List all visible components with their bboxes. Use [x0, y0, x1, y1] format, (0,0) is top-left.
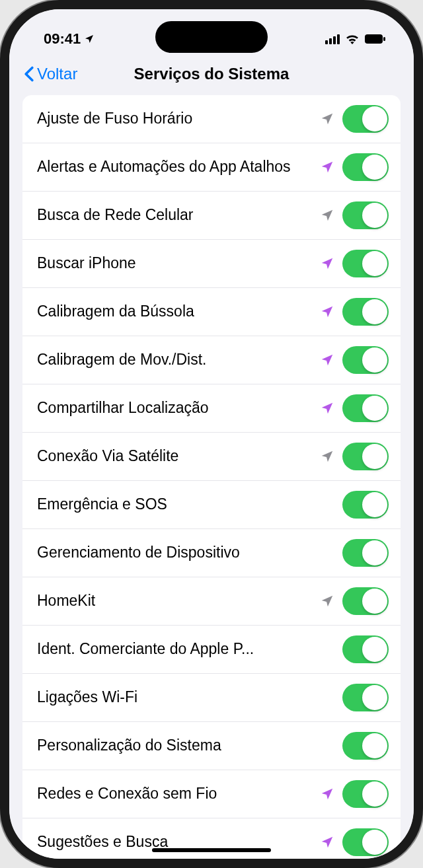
setting-label: Compartilhar Localização	[37, 398, 320, 418]
settings-row: Ligações Wi-Fi	[22, 674, 401, 722]
toggle-switch[interactable]	[342, 780, 389, 808]
toggle-knob	[362, 589, 387, 614]
toggle-knob	[362, 444, 387, 469]
toggle-knob	[362, 637, 387, 662]
location-arrow-icon	[320, 449, 334, 464]
content-area: Ajuste de Fuso HorárioAlertas e Automaçõ…	[9, 95, 414, 859]
location-arrow-icon	[320, 305, 334, 319]
setting-label: Alertas e Automações do App Atalhos	[37, 157, 320, 177]
settings-row: Buscar iPhone	[22, 240, 401, 288]
settings-row: HomeKit	[22, 577, 401, 626]
setting-label: HomeKit	[37, 591, 320, 611]
location-arrow-icon	[320, 787, 334, 801]
toggle-switch[interactable]	[342, 105, 389, 133]
setting-label: Gerenciamento de Dispositivo	[37, 543, 342, 563]
toggle-switch[interactable]	[342, 539, 389, 567]
cellular-signal-icon	[325, 34, 340, 44]
wifi-icon	[345, 34, 360, 44]
status-time-group: 09:41	[44, 30, 95, 48]
toggle-switch[interactable]	[342, 587, 389, 615]
phone-frame: 09:41 Voltar Serviços do Sistema Ajuste …	[0, 0, 423, 868]
toggle-knob	[362, 492, 387, 517]
toggle-switch[interactable]	[342, 828, 389, 856]
location-arrow-icon	[320, 401, 334, 416]
toggle-knob	[362, 299, 387, 324]
svg-rect-0	[365, 34, 383, 44]
toggle-knob	[362, 347, 387, 373]
back-label: Voltar	[37, 65, 77, 83]
setting-label: Calibragem da Bússola	[37, 302, 320, 322]
back-button[interactable]: Voltar	[24, 65, 77, 83]
setting-label: Personalização do Sistema	[37, 736, 342, 756]
setting-label: Busca de Rede Celular	[37, 205, 320, 225]
settings-row: Personalização do Sistema	[22, 722, 401, 770]
settings-row: Calibragem da Bússola	[22, 288, 401, 336]
settings-row: Sugestões e Busca	[22, 818, 401, 859]
page-title: Serviços do Sistema	[134, 65, 289, 83]
toggle-switch[interactable]	[342, 684, 389, 711]
toggle-knob	[362, 781, 387, 807]
setting-label: Ligações Wi-Fi	[37, 688, 342, 707]
status-time: 09:41	[44, 30, 81, 48]
setting-label: Calibragem de Mov./Dist.	[37, 350, 320, 370]
settings-row: Emergência e SOS	[22, 481, 401, 529]
location-arrow-icon	[320, 353, 334, 367]
dynamic-island	[155, 21, 268, 53]
battery-icon	[365, 34, 386, 44]
home-indicator[interactable]	[152, 848, 271, 852]
toggle-switch[interactable]	[342, 201, 389, 229]
system-services-list: Ajuste de Fuso HorárioAlertas e Automaçõ…	[22, 95, 401, 859]
toggle-switch[interactable]	[342, 346, 389, 374]
svg-rect-1	[383, 37, 385, 41]
toggle-switch[interactable]	[342, 250, 389, 277]
toggle-knob	[362, 155, 387, 180]
settings-row: Conexão Via Satélite	[22, 433, 401, 481]
location-indicator-icon	[84, 34, 95, 44]
toggle-switch[interactable]	[342, 635, 389, 663]
toggle-switch[interactable]	[342, 732, 389, 760]
setting-label: Ajuste de Fuso Horário	[37, 109, 320, 129]
settings-row: Ajuste de Fuso Horário	[22, 95, 401, 143]
toggle-knob	[362, 540, 387, 565]
navigation-header: Voltar Serviços do Sistema	[9, 55, 414, 95]
location-arrow-icon	[320, 256, 334, 271]
settings-row: Compartilhar Localização	[22, 384, 401, 433]
location-arrow-icon	[320, 112, 334, 126]
toggle-switch[interactable]	[342, 394, 389, 422]
settings-row: Alertas e Automações do App Atalhos	[22, 143, 401, 192]
setting-label: Redes e Conexão sem Fio	[37, 784, 320, 804]
toggle-knob	[362, 396, 387, 421]
settings-row: Calibragem de Mov./Dist.	[22, 336, 401, 384]
settings-row: Busca de Rede Celular	[22, 192, 401, 240]
setting-label: Ident. Comerciante do Apple P...	[37, 639, 342, 659]
location-arrow-icon	[320, 594, 334, 608]
status-icons	[325, 34, 386, 44]
toggle-knob	[362, 251, 387, 276]
settings-row: Redes e Conexão sem Fio	[22, 770, 401, 818]
settings-row: Gerenciamento de Dispositivo	[22, 529, 401, 577]
toggle-knob	[362, 830, 387, 855]
location-arrow-icon	[320, 208, 334, 223]
location-arrow-icon	[320, 160, 334, 174]
toggle-knob	[362, 685, 387, 710]
toggle-knob	[362, 203, 387, 228]
toggle-switch[interactable]	[342, 153, 389, 181]
setting-label: Conexão Via Satélite	[37, 447, 320, 466]
toggle-switch[interactable]	[342, 491, 389, 519]
setting-label: Buscar iPhone	[37, 254, 320, 273]
chevron-left-icon	[24, 66, 34, 82]
location-arrow-icon	[320, 835, 334, 850]
toggle-knob	[362, 733, 387, 758]
toggle-switch[interactable]	[342, 443, 389, 470]
screen: 09:41 Voltar Serviços do Sistema Ajuste …	[9, 9, 414, 859]
settings-row: Ident. Comerciante do Apple P...	[22, 626, 401, 674]
setting-label: Emergência e SOS	[37, 495, 342, 515]
toggle-switch[interactable]	[342, 298, 389, 326]
toggle-knob	[362, 106, 387, 131]
